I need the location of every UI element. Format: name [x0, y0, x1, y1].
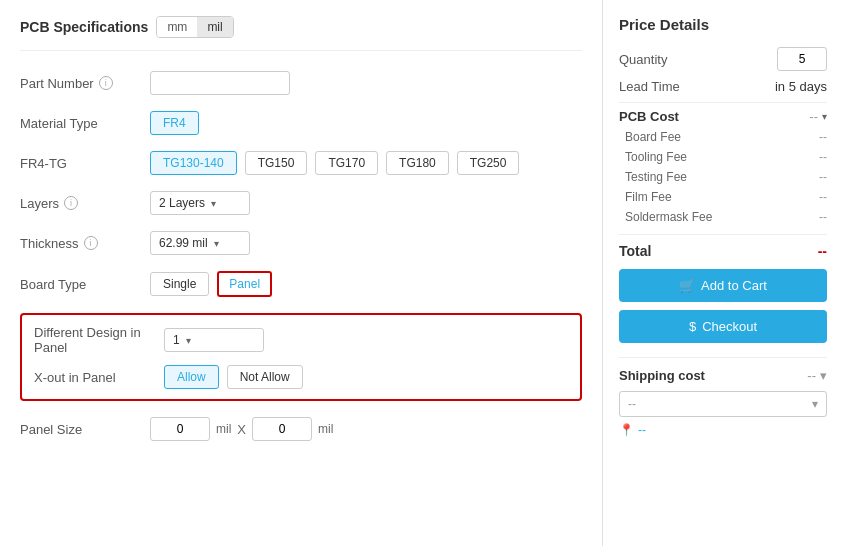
quantity-label: Quantity	[619, 52, 667, 67]
tg170-button[interactable]: TG170	[315, 151, 378, 175]
total-row: Total --	[619, 234, 827, 259]
checkout-button[interactable]: $ Checkout	[619, 310, 827, 343]
panel-size-unit-h: mil	[318, 422, 333, 436]
pcb-cost-label: PCB Cost	[619, 109, 679, 124]
checkout-label: Checkout	[702, 319, 757, 334]
material-fr4-button[interactable]: FR4	[150, 111, 199, 135]
pcb-cost-chevron-icon[interactable]: ▾	[822, 111, 827, 122]
thickness-row: Thickness i 62.99 mil ▾	[20, 231, 582, 255]
board-type-panel-button[interactable]: Panel	[225, 275, 264, 293]
layers-controls: 2 Layers ▾	[150, 191, 250, 215]
shipping-select[interactable]: -- ▾	[619, 391, 827, 417]
thickness-dropdown[interactable]: 62.99 mil ▾	[150, 231, 250, 255]
layers-row: Layers i 2 Layers ▾	[20, 191, 582, 215]
lead-time-label: Lead Time	[619, 79, 680, 94]
xout-label: X-out in Panel	[34, 370, 164, 385]
board-type-controls: Single Panel	[150, 271, 272, 297]
add-to-cart-label: Add to Cart	[701, 278, 767, 293]
different-design-dropdown[interactable]: 1 ▾	[164, 328, 264, 352]
xout-notallow-button[interactable]: Not Allow	[227, 365, 303, 389]
panel-size-row: Panel Size mil X mil	[20, 417, 582, 441]
board-type-label: Board Type	[20, 277, 150, 292]
thickness-chevron-icon: ▾	[214, 238, 219, 249]
xout-row: X-out in Panel Allow Not Allow	[34, 365, 568, 389]
tg250-button[interactable]: TG250	[457, 151, 520, 175]
fr4-tg-row: FR4-TG TG130-140 TG150 TG170 TG180 TG250	[20, 151, 582, 175]
add-to-cart-button[interactable]: 🛒 Add to Cart	[619, 269, 827, 302]
layers-label: Layers i	[20, 196, 150, 211]
lead-time-row: Lead Time in 5 days	[619, 79, 827, 94]
layers-chevron-icon: ▾	[211, 198, 216, 209]
part-number-row: Part Number i	[20, 71, 582, 95]
board-fee-row: Board Fee --	[619, 130, 827, 144]
unit-toggle: mm mil	[156, 16, 233, 38]
testing-fee-label: Testing Fee	[625, 170, 687, 184]
panel-highlight-section: Different Design in Panel 1 ▾ X-out in P…	[20, 313, 582, 401]
panel-size-x-separator: X	[237, 422, 246, 437]
testing-fee-value: --	[819, 170, 827, 184]
pcb-cost-dash: --	[809, 109, 818, 124]
xout-controls: Allow Not Allow	[164, 365, 303, 389]
panel-size-height-input[interactable]	[252, 417, 312, 441]
location-row[interactable]: 📍 --	[619, 423, 827, 437]
shipping-title: Shipping cost	[619, 368, 705, 383]
board-fee-label: Board Fee	[625, 130, 681, 144]
unit-mil-button[interactable]: mil	[197, 17, 232, 37]
panel-size-width-input[interactable]	[150, 417, 210, 441]
soldermask-fee-row: Soldermask Fee --	[619, 210, 827, 224]
part-number-controls	[150, 71, 290, 95]
quantity-row: Quantity	[619, 47, 827, 71]
soldermask-fee-label: Soldermask Fee	[625, 210, 712, 224]
total-value: --	[818, 243, 827, 259]
layers-info-icon[interactable]: i	[64, 196, 78, 210]
board-type-panel-wrapper: Panel	[217, 271, 272, 297]
film-fee-label: Film Fee	[625, 190, 672, 204]
thickness-info-icon[interactable]: i	[84, 236, 98, 250]
shipping-select-chevron-icon: ▾	[812, 397, 818, 411]
tooling-fee-row: Tooling Fee --	[619, 150, 827, 164]
thickness-controls: 62.99 mil ▾	[150, 231, 250, 255]
part-number-info-icon[interactable]: i	[99, 76, 113, 90]
different-design-controls: 1 ▾	[164, 328, 264, 352]
tooling-fee-label: Tooling Fee	[625, 150, 687, 164]
different-design-chevron-icon: ▾	[186, 335, 191, 346]
panel-size-controls: mil X mil	[150, 417, 333, 441]
material-type-label: Material Type	[20, 116, 150, 131]
right-panel: Price Details Quantity Lead Time in 5 da…	[603, 0, 843, 546]
film-fee-row: Film Fee --	[619, 190, 827, 204]
pcb-specs-header: PCB Specifications mm mil	[20, 16, 582, 51]
different-design-row: Different Design in Panel 1 ▾	[34, 325, 568, 355]
tg180-button[interactable]: TG180	[386, 151, 449, 175]
left-panel: PCB Specifications mm mil Part Number i …	[0, 0, 603, 546]
board-type-single-button[interactable]: Single	[150, 272, 209, 296]
layers-dropdown[interactable]: 2 Layers ▾	[150, 191, 250, 215]
shipping-title-row: Shipping cost -- ▾	[619, 368, 827, 383]
location-text: --	[638, 423, 646, 437]
fr4-tg-label: FR4-TG	[20, 156, 150, 171]
unit-mm-button[interactable]: mm	[157, 17, 197, 37]
panel-size-label: Panel Size	[20, 422, 150, 437]
fr4-tg-controls: TG130-140 TG150 TG170 TG180 TG250	[150, 151, 519, 175]
total-label: Total	[619, 243, 651, 259]
material-type-controls: FR4	[150, 111, 199, 135]
panel-size-unit-w: mil	[216, 422, 231, 436]
quantity-input[interactable]	[777, 47, 827, 71]
shipping-chevron-icon: ▾	[820, 368, 827, 383]
different-design-label: Different Design in Panel	[34, 325, 164, 355]
shipping-value: -- ▾	[807, 368, 827, 383]
film-fee-value: --	[819, 190, 827, 204]
cart-icon: 🛒	[679, 278, 695, 293]
xout-allow-button[interactable]: Allow	[164, 365, 219, 389]
soldermask-fee-value: --	[819, 210, 827, 224]
testing-fee-row: Testing Fee --	[619, 170, 827, 184]
pcb-specs-title: PCB Specifications	[20, 19, 148, 35]
price-title: Price Details	[619, 16, 827, 33]
location-icon: 📍	[619, 423, 634, 437]
thickness-label: Thickness i	[20, 236, 150, 251]
dollar-icon: $	[689, 319, 696, 334]
tg150-button[interactable]: TG150	[245, 151, 308, 175]
tg130-button[interactable]: TG130-140	[150, 151, 237, 175]
pcb-cost-row: PCB Cost -- ▾	[619, 102, 827, 124]
part-number-input[interactable]	[150, 71, 290, 95]
shipping-section: Shipping cost -- ▾ -- ▾ 📍 --	[619, 357, 827, 437]
